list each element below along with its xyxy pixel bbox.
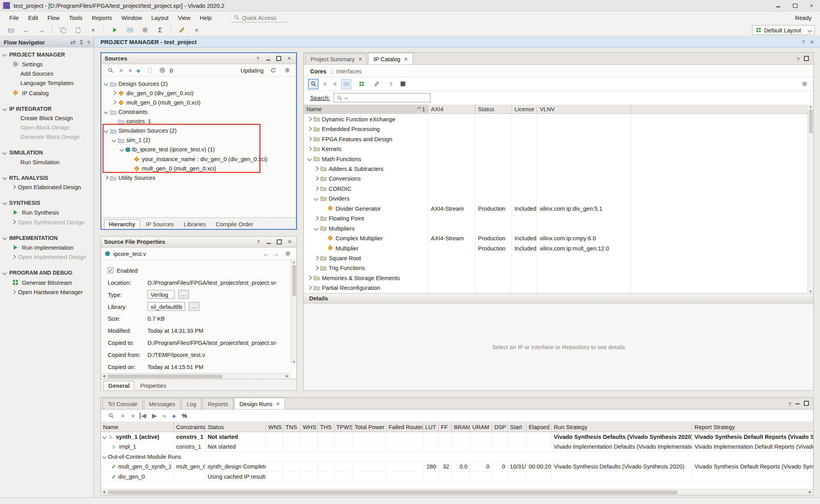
- ellipsis-button[interactable]: …: [189, 302, 199, 311]
- design-run-group-ooc[interactable]: Out-of-Context Module Runs: [101, 452, 813, 461]
- tree-item-simulation-sources[interactable]: Simulation Sources (2): [102, 126, 296, 135]
- type-editor[interactable]: Verilog: [148, 290, 175, 299]
- flownav-section-header[interactable]: RTL ANALYSIS: [0, 173, 94, 182]
- ip-category-row[interactable]: Partial Reconfiguration: [304, 283, 808, 293]
- chevron-down-icon[interactable]: [104, 82, 108, 85]
- file-icon[interactable]: [145, 66, 155, 75]
- column-header[interactable]: BRAM: [452, 422, 470, 431]
- float-icon[interactable]: [276, 238, 283, 246]
- help-icon[interactable]: [797, 56, 799, 62]
- tab-ip-catalog[interactable]: IP Catalog: [368, 53, 413, 64]
- tree-item-your-instance-name[interactable]: your_instance_name : div_gen_0 (div_gen_…: [102, 154, 296, 163]
- chevron-right-icon[interactable]: [314, 176, 318, 180]
- column-header[interactable]: WNS: [266, 422, 283, 431]
- tree-item-design-sources[interactable]: Design Sources (2): [102, 79, 296, 88]
- scrollbar-thumb[interactable]: [108, 374, 223, 378]
- flownav-section-header[interactable]: IMPLEMENTATION: [0, 233, 94, 242]
- ip-core-row[interactable]: Complex MultiplierAXI4-StreamProductionI…: [304, 233, 808, 243]
- ip-search-input[interactable]: [349, 94, 427, 101]
- flownav-item-ip-catalog[interactable]: IP Catalog: [0, 88, 94, 98]
- chevron-right-icon[interactable]: [307, 147, 311, 151]
- layout-selector[interactable]: Default Layout: [752, 25, 815, 35]
- details-header[interactable]: Details: [304, 293, 813, 303]
- ip-category-row[interactable]: Conversions: [304, 174, 808, 183]
- column-header[interactable]: Failed Routes: [387, 422, 423, 431]
- column-header[interactable]: Run Strategy: [552, 422, 692, 431]
- ip-category-row[interactable]: Dynamic Function eXchange: [304, 114, 808, 124]
- help-icon[interactable]: [802, 39, 805, 45]
- minimize-icon[interactable]: [265, 55, 272, 62]
- tree-item-tb-ipcore-test[interactable]: tb_ipcore_test (ipcore_test.v) (1): [102, 145, 296, 154]
- tab-libraries[interactable]: Libraries: [180, 220, 210, 229]
- hierarchy-view-icon[interactable]: [341, 79, 352, 89]
- scrollbar-thumb[interactable]: [809, 109, 812, 133]
- ip-category-row[interactable]: CORDIC: [304, 183, 808, 193]
- ip-category-row[interactable]: Floating Point: [304, 213, 808, 223]
- help-icon[interactable]: [254, 55, 262, 62]
- tree-item-constrs-1[interactable]: constrs_1: [102, 117, 296, 126]
- chevron-down-icon[interactable]: [104, 129, 108, 133]
- add-sources-icon[interactable]: +: [136, 66, 141, 74]
- scroll-up-icon[interactable]: ▲: [808, 105, 814, 108]
- quick-access-input[interactable]: [242, 14, 284, 21]
- sum-button[interactable]: Σ: [155, 25, 165, 35]
- gear-icon[interactable]: [800, 79, 809, 89]
- wrench-icon[interactable]: [371, 79, 381, 89]
- collapse-all-icon[interactable]: «: [118, 69, 125, 72]
- chevron-right-icon[interactable]: [104, 176, 108, 179]
- float-icon[interactable]: [804, 401, 809, 406]
- tab-properties[interactable]: Properties: [136, 382, 171, 390]
- block-design-button[interactable]: [125, 25, 134, 35]
- flownav-item-language-templates[interactable]: Language Templates: [0, 78, 94, 88]
- chevron-right-icon[interactable]: [314, 256, 318, 260]
- close-button[interactable]: [803, 0, 820, 11]
- chevron-down-icon[interactable]: [314, 196, 318, 200]
- maximize-button[interactable]: [786, 0, 803, 11]
- chevron-right-icon[interactable]: [314, 216, 318, 220]
- redo-button[interactable]: →: [37, 25, 46, 35]
- add-ip-icon[interactable]: [357, 79, 366, 89]
- forward-icon[interactable]: →: [273, 250, 279, 257]
- flownav-item-generate-bitstream[interactable]: Generate Bitstream: [0, 277, 94, 287]
- cancel-button[interactable]: [192, 25, 201, 35]
- tree-item-utility-sources[interactable]: Utility Sources: [102, 173, 296, 182]
- column-header-status[interactable]: Status: [475, 105, 512, 114]
- scroll-down-icon[interactable]: ▼: [291, 360, 296, 364]
- scrollbar-thumb[interactable]: [292, 265, 296, 296]
- run-button[interactable]: [110, 25, 119, 35]
- tab-reports[interactable]: Reports: [203, 398, 233, 409]
- float-icon[interactable]: [804, 56, 809, 61]
- percent-icon[interactable]: %: [182, 412, 187, 419]
- tab-messages[interactable]: Messages: [144, 398, 180, 409]
- scroll-right-icon[interactable]: ▶: [285, 374, 291, 378]
- chevron-down-icon[interactable]: [112, 138, 116, 142]
- scroll-up-icon[interactable]: ▲: [291, 260, 296, 264]
- ip-core-row[interactable]: Divider GeneratorAXI4-StreamProductionIn…: [304, 203, 808, 213]
- help-circle-icon[interactable]: [386, 79, 396, 89]
- gear-icon[interactable]: [283, 249, 292, 258]
- chevron-right-icon[interactable]: [314, 266, 318, 270]
- column-header[interactable]: THS: [318, 422, 334, 431]
- tree-item-sim-1[interactable]: sim_1 (2): [102, 135, 296, 145]
- design-run-row-mult-gen-0-synth-1[interactable]: mult_gen_0_synth_1 mult_gen_0 synth_desi…: [101, 462, 813, 472]
- expand-icon[interactable]: ⇕: [78, 39, 84, 45]
- column-header[interactable]: Start: [508, 422, 526, 431]
- column-header[interactable]: Report Strategy: [692, 422, 813, 431]
- chevron-down-icon[interactable]: [314, 226, 318, 230]
- column-header[interactable]: Constraints: [174, 422, 205, 431]
- column-header-axi4[interactable]: AXI4: [428, 105, 476, 114]
- search-icon[interactable]: [106, 411, 116, 420]
- column-header[interactable]: FF: [439, 422, 452, 431]
- forward-icon[interactable]: »: [162, 412, 166, 419]
- flownav-item-open-elaborated-design[interactable]: Open Elaborated Design: [0, 182, 94, 192]
- copy-button[interactable]: [58, 25, 68, 35]
- sources-panel-header[interactable]: Sources: [102, 53, 296, 64]
- float-icon[interactable]: [275, 55, 282, 62]
- ip-category-row[interactable]: Trig Functions: [304, 263, 808, 273]
- flownav-section-header[interactable]: IP INTEGRATOR: [0, 104, 94, 114]
- search-icon[interactable]: [308, 79, 319, 89]
- chevron-right-icon[interactable]: [307, 137, 311, 140]
- flownav-item-generate-block-design[interactable]: Generate Block Design: [0, 132, 94, 142]
- column-header[interactable]: Elapsed: [527, 422, 552, 431]
- tab-ip-sources[interactable]: IP Sources: [142, 220, 178, 229]
